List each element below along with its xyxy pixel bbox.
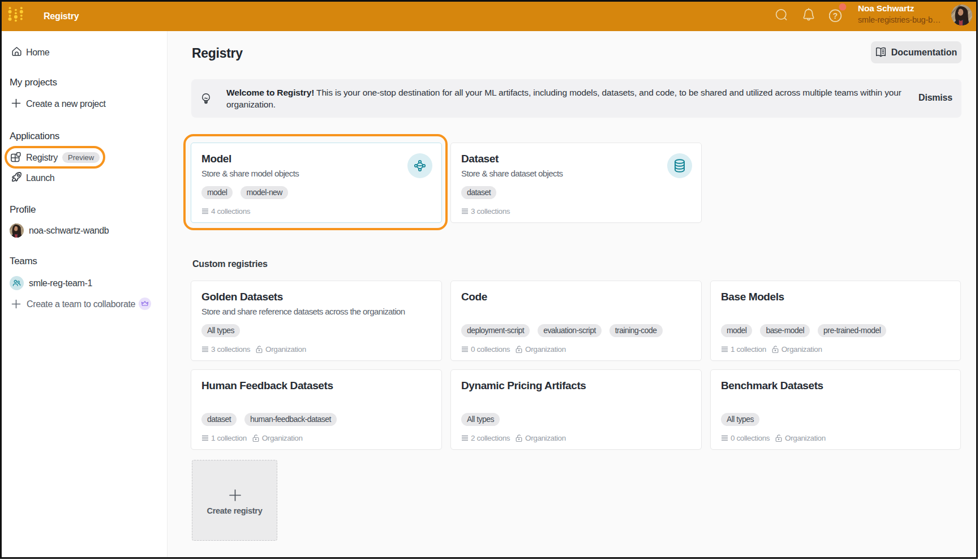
svg-text:?: ? [833, 11, 838, 20]
